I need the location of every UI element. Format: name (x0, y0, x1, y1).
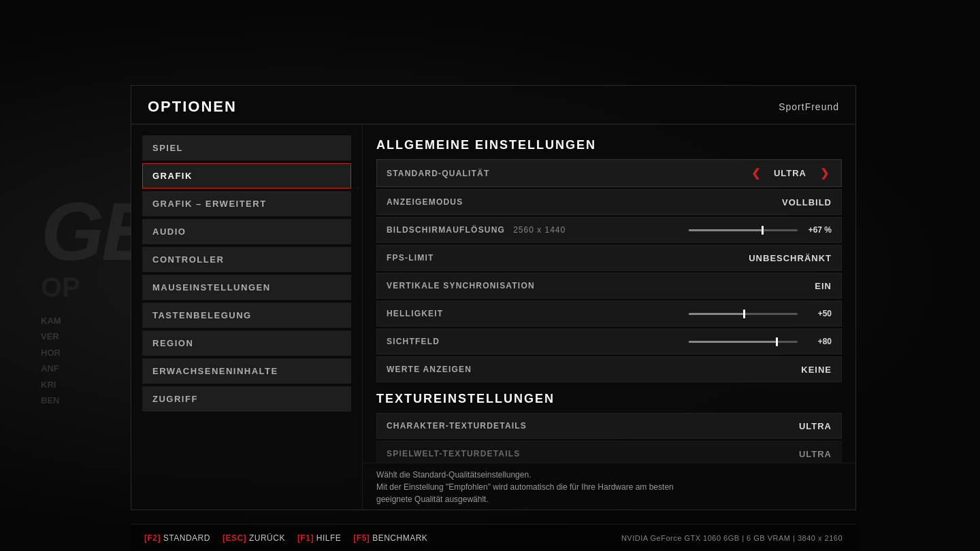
setting-value-anzeigemodus: VOLLBILD (782, 197, 832, 207)
helligkeit-slider-fill (689, 313, 743, 315)
sichtfeld-slider-thumb (776, 337, 778, 346)
description-line3: geeignete Qualität ausgewählt. (376, 495, 489, 504)
helligkeit-slider-thumb (743, 310, 745, 318)
description-line1: Wählt die Standard-Qualitätseinstellunge… (376, 470, 531, 480)
resolution-slider-fill (689, 229, 762, 231)
quality-value: ULTRA (774, 168, 806, 178)
setting-row-standard-qualitat: STANDARD-QUALITÄT ❮ ULTRA ❯ (376, 159, 842, 187)
setting-value-werte-anzeigen: KEINE (801, 365, 832, 375)
setting-row-charakter-textur: CHARAKTER-TEXTURDETAILS ULTRA (376, 413, 842, 439)
sidebar-item-mauseinstellungen[interactable]: MAUSEINSTELLUNGEN (142, 275, 351, 300)
footer-f2[interactable]: [F2] STANDARD (144, 533, 210, 543)
footer-f1[interactable]: [F1] HILFE (297, 533, 341, 543)
setting-label-spielwelt-textur: SPIELWELT-TEXTURDETAILS (387, 449, 521, 458)
panel-header: OPTIONEN SportFreund (131, 86, 855, 124)
setting-row-anzeigemodus: ANZEIGEMODUS VOLLBILD (376, 189, 842, 215)
setting-row-bildschirmauflosung: BILDSCHIRMAUFLÖSUNG 2560 x 1440 +67 % (376, 217, 842, 243)
panel-title: OPTIONEN (148, 98, 237, 116)
setting-label-werte-anzeigen: WERTE ANZEIGEN (387, 365, 472, 374)
setting-row-sichtfeld: SICHTFELD +80 (376, 329, 842, 354)
sichtfeld-slider-value: +80 (804, 337, 832, 346)
sidebar-item-spiel[interactable]: SPIEL (142, 135, 351, 161)
sidebar-item-erwachseneninhalte[interactable]: ERWACHSENENINHALTE (142, 358, 351, 384)
setting-label-charakter-textur: CHARAKTER-TEXTURDETAILS (387, 421, 527, 431)
footer-f5[interactable]: [F5] BENCHMARK (353, 533, 427, 543)
resolution-label-group: BILDSCHIRMAUFLÖSUNG 2560 x 1440 (387, 225, 566, 235)
resolution-slider-value: +67 % (804, 225, 832, 235)
setting-value-vsync: EIN (815, 281, 832, 291)
footer-controls: [F2] STANDARD [ESC] ZURÜCK [F1] HILFE [F… (144, 533, 427, 543)
f1-key: [F1] (297, 533, 314, 543)
f5-key: [F5] (353, 533, 370, 543)
sidebar-item-grafik-erweitert[interactable]: GRAFIK – ERWEITERT (142, 191, 351, 216)
f2-key: [F2] (144, 533, 161, 543)
esc-key: [ESC] (223, 533, 246, 543)
helligkeit-slider-value: +50 (804, 309, 832, 318)
helligkeit-slider-track[interactable] (689, 313, 798, 315)
setting-label-helligkeit: HELLIGKEIT (387, 309, 443, 318)
content-area: ALLGEMEINE EINSTELLUNGEN STANDARD-QUALIT… (363, 124, 855, 463)
sidebar-item-tastenbelegung[interactable]: TASTENBELEGUNG (142, 303, 351, 328)
resolution-slider-track[interactable] (689, 229, 798, 231)
resolution-slider-container[interactable]: +67 % (689, 225, 832, 235)
quality-selector[interactable]: ❮ ULTRA ❯ (749, 167, 832, 180)
section-texture-title: TEXTUREINSTELLUNGEN (376, 392, 842, 406)
description-area: Wählt die Standard-Qualitätseinstellunge… (363, 463, 855, 510)
footer-bar: [F2] STANDARD [ESC] ZURÜCK [F1] HILFE [F… (131, 524, 856, 551)
setting-row-spielwelt-textur: SPIELWELT-TEXTURDETAILS ULTRA (376, 441, 842, 463)
sidebar-item-zugriff[interactable]: ZUGRIFF (142, 386, 351, 412)
setting-value-spielwelt-textur: ULTRA (799, 449, 832, 459)
footer-esc[interactable]: [ESC] ZURÜCK (223, 533, 285, 543)
setting-label-bildschirmauflosung: BILDSCHIRMAUFLÖSUNG (387, 225, 505, 235)
section-general-title: ALLGEMEINE EINSTELLUNGEN (376, 138, 842, 152)
sidebar-item-audio[interactable]: AUDIO (142, 219, 351, 244)
sichtfeld-slider-container[interactable]: +80 (689, 337, 832, 346)
setting-label-standard-qualitat: STANDARD-QUALITÄT (387, 169, 490, 178)
sichtfeld-slider-track[interactable] (689, 341, 798, 343)
setting-label-anzeigemodus: ANZEIGEMODUS (387, 197, 463, 207)
sidebar-item-grafik[interactable]: GRAFIK (142, 163, 351, 188)
quality-arrow-left[interactable]: ❮ (749, 167, 763, 180)
setting-label-sichtfeld: SICHTFELD (387, 337, 440, 346)
sidebar-item-region[interactable]: REGION (142, 331, 351, 356)
description-line2: Mit der Einstellung "Empfohlen" wird aut… (376, 482, 674, 492)
sichtfeld-slider-fill (689, 341, 776, 343)
setting-label-fps-limit: FPS-LIMIT (387, 253, 434, 263)
panel-body: SPIEL GRAFIK GRAFIK – ERWEITERT AUDIO CO… (131, 124, 855, 510)
description-text: Wählt die Standard-Qualitätseinstellunge… (376, 469, 842, 505)
setting-row-helligkeit: HELLIGKEIT +50 (376, 301, 842, 327)
sidebar: SPIEL GRAFIK GRAFIK – ERWEITERT AUDIO CO… (131, 124, 363, 510)
sidebar-item-controller[interactable]: CONTROLLER (142, 247, 351, 272)
quality-arrow-right[interactable]: ❯ (817, 167, 832, 180)
setting-row-fps-limit: FPS-LIMIT UNBESCHRÄNKT (376, 245, 842, 271)
resolution-slider-thumb (762, 226, 764, 235)
setting-label-vsync: VERTIKALE SYNCHRONISATION (387, 281, 535, 290)
bg-subtitle: OP (41, 272, 80, 303)
setting-row-werte-anzeigen: WERTE ANZEIGEN KEINE (376, 356, 842, 382)
footer-system-info: NVIDIA GeForce GTX 1060 6GB | 6 GB VRAM … (621, 534, 843, 542)
setting-value-fps-limit: UNBESCHRÄNKT (749, 253, 832, 263)
options-panel: OPTIONEN SportFreund SPIEL GRAFIK GRAFIK… (131, 85, 856, 510)
setting-row-vsync: VERTIKALE SYNCHRONISATION EIN (376, 273, 842, 299)
resolution-value: 2560 x 1440 (513, 225, 566, 235)
helligkeit-slider-container[interactable]: +50 (689, 309, 832, 318)
bg-left-text: KAMVERHORANFKRIBEN (41, 313, 61, 408)
setting-value-charakter-textur: ULTRA (799, 421, 832, 431)
panel-username: SportFreund (779, 101, 839, 112)
